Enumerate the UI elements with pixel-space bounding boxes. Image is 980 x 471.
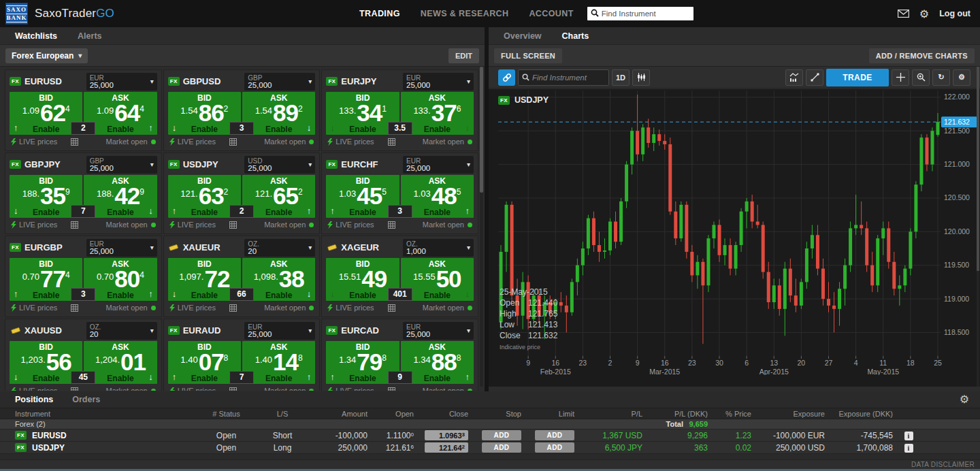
- tab-watchlists[interactable]: Watchlists: [15, 31, 57, 41]
- logout-button[interactable]: Log out: [939, 9, 970, 18]
- position-row[interactable]: FXUSDJPY Open Long 250,000 121.616 121.6…: [0, 442, 980, 454]
- trade-ticket-icon[interactable]: [388, 304, 395, 312]
- add-limit-button[interactable]: ADD: [535, 430, 574, 440]
- trade-ticket-icon[interactable]: [71, 138, 78, 146]
- trendline-icon[interactable]: [806, 69, 823, 86]
- tab-positions[interactable]: Positions: [15, 395, 53, 404]
- tab-orders[interactable]: Orders: [72, 395, 100, 404]
- svg-text:11: 11: [879, 359, 887, 367]
- chart-instrument-search[interactable]: [518, 69, 609, 86]
- trade-ticket-icon[interactable]: [229, 304, 237, 312]
- column-header[interactable]: Stop: [475, 410, 528, 418]
- column-header[interactable]: Amount: [313, 410, 374, 418]
- amount-dropdown[interactable]: EUR25,000 ▾: [403, 156, 474, 174]
- watchlist-scrollbar[interactable]: [480, 67, 483, 387]
- info-icon[interactable]: i: [904, 432, 913, 440]
- global-search-input[interactable]: [602, 10, 690, 18]
- add-stop-button[interactable]: ADD: [482, 442, 521, 453]
- column-header[interactable]: Limit: [528, 410, 581, 418]
- chart-settings-gear-icon[interactable]: ⚙: [953, 69, 970, 86]
- amount-dropdown[interactable]: EUR25,000 ▾: [244, 322, 315, 340]
- amount-dropdown[interactable]: USD25,000 ▾: [244, 156, 315, 174]
- column-header[interactable]: P/L: [581, 410, 649, 418]
- info-icon[interactable]: i: [904, 444, 913, 453]
- trade-ticket-icon[interactable]: [388, 221, 395, 229]
- saxo-bank-logo[interactable]: SAXOBANK: [5, 3, 28, 25]
- amount-dropdown[interactable]: EUR25,000 ▾: [86, 239, 157, 257]
- watchlist-tile: FX USDJPY USD25,000 ▾ BID 121.632 Enable…: [164, 153, 320, 233]
- settings-gear-icon[interactable]: ⚙: [919, 7, 929, 20]
- market-open-label: Market open: [264, 137, 306, 146]
- column-header[interactable]: Instrument: [0, 410, 201, 418]
- tab-alerts[interactable]: Alerts: [78, 31, 101, 41]
- candle: [783, 269, 787, 309]
- refresh-icon[interactable]: ↻: [932, 69, 950, 86]
- trade-ticket-icon[interactable]: [71, 387, 78, 391]
- scrollbar-handle[interactable]: [480, 67, 483, 193]
- amount-dropdown[interactable]: EUR25,000 ▾: [403, 73, 474, 91]
- trade-ticket-icon[interactable]: [229, 387, 237, 391]
- interval-button[interactable]: 1D: [612, 69, 630, 86]
- positions-group-row[interactable]: Forex (2) Total 9,659: [0, 419, 980, 429]
- amount-dropdown[interactable]: OZ.20 ▾: [86, 322, 157, 340]
- global-instrument-search[interactable]: [587, 7, 693, 20]
- column-header[interactable]: Open: [374, 410, 421, 418]
- close-position-button[interactable]: 1.09633: [425, 430, 468, 440]
- fx-badge-icon: FX: [168, 160, 180, 169]
- nav-news-research[interactable]: NEWS & RESEARCH: [421, 9, 509, 18]
- close-position-button[interactable]: 121.642: [425, 442, 468, 453]
- candle: [838, 289, 841, 309]
- watchlist-tile: XAUUSD OZ.20 ▾ BID 1,203.56 Enable ↓ ASK…: [5, 319, 161, 391]
- trade-ticket-icon[interactable]: [388, 138, 395, 146]
- watchlist-selector-dropdown[interactable]: Forex European▾: [5, 48, 88, 63]
- tile-symbol: EURCAD: [341, 325, 379, 336]
- mail-icon[interactable]: [898, 10, 909, 18]
- amount-dropdown[interactable]: EUR25,000 ▾: [86, 73, 157, 91]
- trade-ticket-icon[interactable]: [71, 304, 78, 312]
- column-header[interactable]: Exposure: [758, 410, 832, 418]
- edit-watchlist-button[interactable]: EDIT: [448, 48, 479, 63]
- position-row[interactable]: FXEURUSD Open Short -100,000 1.11000 1.0…: [0, 429, 980, 442]
- scrollbar-handle[interactable]: [977, 67, 979, 271]
- positions-settings-gear-icon[interactable]: ⚙: [960, 393, 969, 406]
- chart-search-input[interactable]: [532, 74, 605, 82]
- zoom-in-icon[interactable]: [912, 69, 930, 86]
- live-prices-label: LIVE prices: [178, 304, 216, 312]
- candle: [625, 165, 628, 201]
- fullscreen-button[interactable]: FULL SCREEN: [494, 48, 562, 63]
- trade-ticket-icon[interactable]: [229, 138, 237, 146]
- trade-button[interactable]: TRADE: [826, 69, 889, 86]
- nav-account[interactable]: ACCOUNT: [529, 9, 573, 18]
- market-open-label: Market open: [105, 137, 147, 146]
- nav-trading[interactable]: TRADING: [359, 9, 400, 18]
- amount-dropdown[interactable]: GBP25,000 ▾: [244, 73, 315, 91]
- column-header[interactable]: P/L (DKK): [649, 410, 715, 418]
- amount-dropdown[interactable]: GBP25,000 ▾: [86, 156, 157, 174]
- column-header[interactable]: L/S: [252, 410, 313, 418]
- column-header[interactable]: % Price: [715, 410, 758, 418]
- tab-charts[interactable]: Charts: [562, 31, 589, 41]
- chart-scrollbar[interactable]: [977, 67, 979, 387]
- trade-ticket-icon[interactable]: [388, 387, 395, 391]
- trade-ticket-icon[interactable]: [71, 221, 78, 229]
- crosshair-icon[interactable]: [892, 69, 909, 86]
- add-stop-button[interactable]: ADD: [482, 430, 521, 440]
- column-header[interactable]: Close: [421, 410, 475, 418]
- chart-style-icon[interactable]: [632, 69, 650, 86]
- market-open-label: Market open: [105, 304, 147, 312]
- add-limit-button[interactable]: ADD: [535, 442, 574, 453]
- candle: [876, 238, 879, 285]
- amount-dropdown[interactable]: OZ.1,000 ▾: [403, 239, 474, 257]
- column-header[interactable]: # Status: [201, 410, 252, 418]
- link-instrument-icon[interactable]: [498, 69, 515, 86]
- amount-dropdown[interactable]: OZ.20 ▾: [244, 239, 315, 257]
- add-remove-charts-button[interactable]: ADD / REMOVE CHARTS: [869, 48, 975, 63]
- tab-overview[interactable]: Overview: [504, 31, 542, 41]
- candlestick-chart[interactable]: 122.000121.500121.000120.500120.000119.5…: [498, 91, 980, 375]
- tile-symbol: GBPUSD: [183, 76, 221, 86]
- indicators-icon[interactable]: [785, 69, 803, 86]
- amount-dropdown[interactable]: EUR25,000 ▾: [403, 322, 474, 340]
- column-header[interactable]: Exposure (DKK): [832, 410, 900, 418]
- trade-ticket-icon[interactable]: [229, 221, 237, 229]
- data-disclaimer-link[interactable]: DATA DISCLAIMER: [911, 461, 975, 468]
